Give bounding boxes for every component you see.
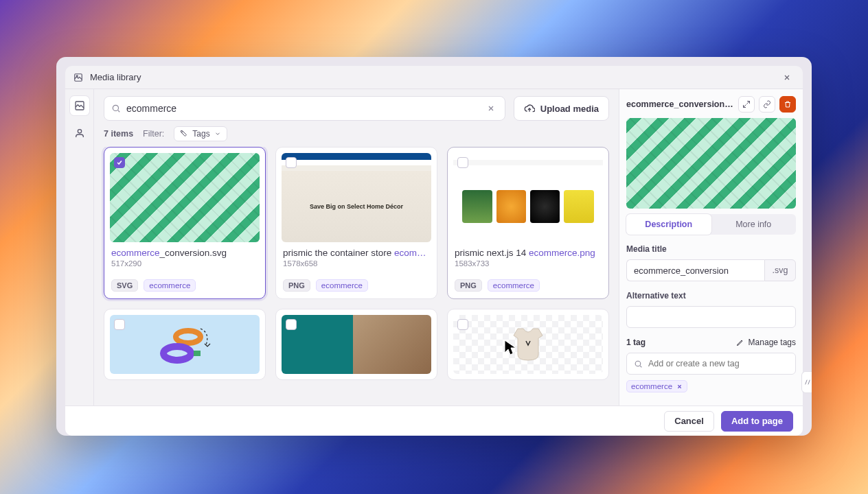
- thumbnail: [110, 153, 260, 242]
- tag-icon: [180, 130, 188, 138]
- main-column: Upload media 7 items Filter: Tags: [94, 89, 619, 405]
- thumbnail: [282, 315, 431, 374]
- media-card[interactable]: [104, 309, 266, 380]
- tag-pill: ecommerce: [316, 279, 368, 292]
- media-card[interactable]: [275, 309, 437, 380]
- left-rail: [65, 89, 94, 405]
- modal-window: Media library: [56, 57, 812, 436]
- alt-text-input[interactable]: [626, 306, 796, 328]
- card-checkbox[interactable]: [286, 319, 297, 330]
- thumbnail: [453, 153, 603, 242]
- remove-tag-icon[interactable]: [676, 384, 683, 390]
- item-count: 7 items: [104, 129, 133, 139]
- card-checkbox[interactable]: [286, 157, 297, 168]
- modal-title: Media library: [90, 72, 141, 82]
- tab-more-info[interactable]: More info: [711, 214, 797, 235]
- titlebar: Media library: [65, 66, 803, 89]
- format-badge: SVG: [111, 279, 138, 292]
- media-library-icon: [73, 73, 83, 82]
- svg-point-3: [78, 130, 81, 133]
- preview: [626, 118, 796, 209]
- upload-media-button[interactable]: Upload media: [514, 96, 609, 121]
- tags-chip-label: Tags: [192, 129, 209, 139]
- media-card[interactable]: Save Big on Select Home Décor prismic th…: [275, 147, 437, 299]
- search-icon: [111, 104, 121, 113]
- cancel-button[interactable]: Cancel: [664, 411, 714, 432]
- dimensions: 1578x658: [283, 259, 430, 268]
- format-badge: PNG: [455, 279, 482, 292]
- tag-count: 1 tag: [626, 338, 646, 347]
- filename: prismic next.js 14 ecommerce.png: [455, 248, 602, 258]
- thumbnail: [110, 315, 260, 374]
- card-checkbox[interactable]: [457, 157, 468, 168]
- thumbnail: [453, 315, 603, 374]
- card-checkbox[interactable]: [114, 157, 125, 168]
- link-icon[interactable]: [759, 96, 775, 113]
- alt-text-label: Alternative text: [626, 291, 796, 301]
- media-title-input[interactable]: [626, 259, 764, 281]
- media-card[interactable]: prismic next.js 14 ecommerce.png 1583x73…: [447, 147, 609, 299]
- delete-icon[interactable]: [779, 96, 796, 113]
- rail-upload-icon[interactable]: [70, 124, 89, 143]
- details-filename: ecommerce_conversion.svg: [626, 99, 734, 109]
- details-tabs: Description More info: [626, 214, 796, 235]
- media-card[interactable]: [447, 309, 609, 380]
- tab-description[interactable]: Description: [626, 214, 711, 235]
- search-input[interactable]: [126, 103, 484, 114]
- details-panel: ecommerce_conversion.svg Description Mor…: [619, 89, 803, 405]
- dimensions: 517x290: [111, 259, 258, 268]
- manage-tags-label: Manage tags: [749, 338, 796, 347]
- filename: ecommerce_conversion.svg: [111, 248, 258, 258]
- chevron-down-icon: [214, 130, 221, 137]
- svg-point-5: [182, 132, 183, 132]
- svg-point-1: [76, 75, 78, 76]
- manage-tags-button[interactable]: Manage tags: [736, 338, 796, 347]
- media-title-ext: .svg: [764, 259, 796, 281]
- tag-pill: ecommerce: [488, 279, 540, 292]
- add-to-page-button[interactable]: Add to page: [721, 411, 793, 432]
- add-tag-input[interactable]: [648, 359, 788, 368]
- tag-pill: ecommerce: [626, 380, 687, 392]
- filename: prismic the container store ecom…: [283, 248, 430, 258]
- hero-text: Save Big on Select Home Décor: [310, 203, 403, 210]
- expand-icon[interactable]: [738, 96, 755, 113]
- card-checkbox[interactable]: [114, 319, 125, 330]
- close-button[interactable]: [779, 70, 795, 85]
- clear-search-icon[interactable]: [484, 103, 498, 114]
- cloud-upload-icon: [524, 103, 535, 114]
- dimensions: 1583x733: [455, 259, 602, 268]
- tag-pill: ecommerce: [144, 279, 196, 292]
- thumbnail: Save Big on Select Home Décor: [282, 153, 431, 242]
- tag-pill-label: ecommerce: [631, 382, 672, 390]
- svg-point-9: [635, 361, 641, 366]
- svg-point-7: [163, 346, 191, 360]
- svg-point-4: [113, 105, 118, 110]
- media-card[interactable]: ecommerce_conversion.svg 517x290 SVG eco…: [104, 147, 266, 299]
- side-handle[interactable]: [801, 371, 812, 393]
- search-input-wrap: [104, 96, 505, 121]
- media-title-label: Media title: [626, 244, 796, 254]
- search-icon: [634, 360, 643, 368]
- svg-rect-8: [194, 351, 201, 356]
- add-tag-wrap: [626, 353, 796, 375]
- card-checkbox[interactable]: [457, 319, 468, 330]
- rail-media-icon[interactable]: [70, 96, 89, 115]
- filter-label: Filter:: [143, 129, 164, 139]
- footer: Cancel Add to page: [65, 405, 803, 436]
- svg-point-6: [176, 331, 201, 343]
- format-badge: PNG: [283, 279, 310, 292]
- tags-filter-chip[interactable]: Tags: [174, 126, 227, 141]
- upload-label: Upload media: [540, 104, 599, 114]
